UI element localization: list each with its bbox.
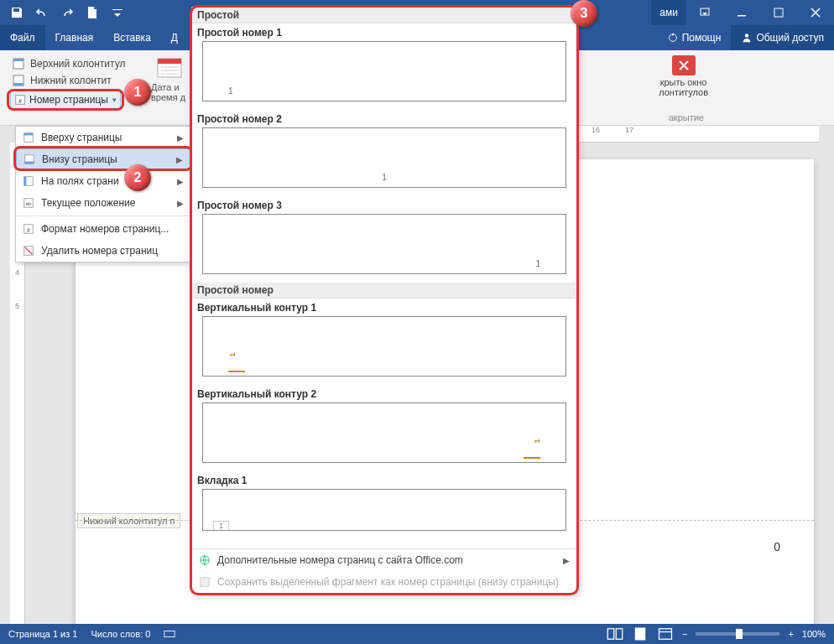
- svg-rect-9: [13, 83, 23, 86]
- page-number-button[interactable]: # Номер страницы▾: [10, 91, 121, 109]
- svg-text:#: #: [27, 227, 30, 233]
- zoom-out-button[interactable]: −: [682, 629, 687, 639]
- gallery-item-vertical-2[interactable]: Вертикальный контур 2: [192, 385, 576, 471]
- svg-rect-32: [607, 629, 614, 640]
- svg-rect-1: [738, 15, 746, 17]
- arrow-right-icon: ▶: [176, 155, 183, 164]
- gallery-more-office[interactable]: Дополнительные номера страниц с сайта Of…: [192, 549, 576, 571]
- svg-rect-31: [164, 631, 175, 637]
- arrow-right-icon: ▶: [177, 177, 184, 186]
- language-icon[interactable]: [164, 628, 175, 640]
- ribbon-options-button[interactable]: [686, 0, 723, 25]
- gallery-save-selection: Сохранить выделенный фрагмент как номер …: [192, 571, 576, 593]
- svg-rect-7: [13, 59, 23, 61]
- datetime-label: Дата ивремя д: [151, 82, 185, 102]
- status-bar: Страница 1 из 1 Число слов: 0 − + 100%: [0, 624, 834, 644]
- submenu-remove-page-numbers[interactable]: Удалить номера страниц: [16, 240, 190, 262]
- arrow-right-icon: ▶: [177, 133, 184, 143]
- svg-rect-18: [24, 133, 34, 136]
- submenu-format-page-numbers[interactable]: #Формат номеров страниц...: [16, 218, 190, 240]
- submenu-page-margins[interactable]: На полях страни▶: [16, 170, 190, 192]
- share-button[interactable]: Общий доступ: [731, 25, 834, 50]
- svg-text:#: #: [18, 98, 22, 104]
- submenu-bottom-of-page[interactable]: Внизу страницы▶: [16, 148, 190, 170]
- zoom-in-button[interactable]: +: [788, 629, 793, 639]
- svg-rect-2: [774, 8, 783, 17]
- svg-rect-33: [616, 629, 623, 640]
- quick-access-toolbar: [0, 2, 134, 23]
- svg-rect-20: [25, 162, 34, 164]
- submenu-top-of-page[interactable]: Вверху страницы▶: [16, 127, 190, 148]
- svg-text:ab: ab: [26, 200, 32, 206]
- svg-rect-34: [635, 628, 646, 641]
- close-group-label: акрытие: [669, 112, 704, 122]
- page-number-field[interactable]: 0: [774, 540, 780, 553]
- svg-rect-30: [201, 578, 210, 587]
- badge-3: 3: [571, 0, 597, 27]
- minimize-button[interactable]: [723, 0, 760, 25]
- page-number-submenu: Вверху страницы▶ Внизу страницы▶ На поля…: [15, 126, 191, 262]
- window-controls: [686, 0, 834, 25]
- svg-rect-35: [659, 629, 671, 640]
- gallery-item-tab-1[interactable]: Вкладка 1 1: [192, 471, 576, 539]
- redo-button[interactable]: [55, 2, 79, 23]
- view-print-button[interactable]: [632, 626, 649, 641]
- gallery-footer: Дополнительные номера страниц с сайта Of…: [192, 548, 576, 593]
- arrow-right-icon: ▶: [563, 556, 570, 565]
- zoom-slider[interactable]: [696, 632, 779, 636]
- gallery-item-plain-1[interactable]: Простой номер 1 1: [192, 23, 576, 110]
- close-icon: [672, 55, 696, 75]
- tab-insert[interactable]: Вставка: [103, 25, 161, 50]
- close-header-footer[interactable]: крыть окно лонтитулов: [659, 55, 708, 97]
- view-read-button[interactable]: [607, 626, 623, 641]
- datetime-icon[interactable]: [156, 55, 185, 80]
- new-button[interactable]: [81, 2, 104, 23]
- gallery-group-plain-number: Простой номер: [192, 283, 576, 299]
- qat-customize-button[interactable]: [106, 2, 129, 23]
- svg-rect-13: [158, 59, 181, 64]
- maximize-button[interactable]: [760, 0, 797, 25]
- gallery-item-vertical-1[interactable]: Вертикальный контур 1: [192, 299, 576, 385]
- close-button[interactable]: [797, 0, 834, 25]
- view-web-button[interactable]: [657, 626, 674, 641]
- status-words[interactable]: Число слов: 0: [91, 629, 150, 639]
- undo-button[interactable]: [30, 2, 54, 23]
- page-number-gallery: Простой Простой номер 1 1 Простой номер …: [191, 7, 577, 594]
- submenu-current-position[interactable]: abТекущее положение▶: [16, 192, 190, 214]
- badge-2: 2: [124, 164, 151, 191]
- svg-rect-4: [672, 34, 674, 36]
- gallery-item-plain-2[interactable]: Простой номер 2 1: [192, 110, 576, 196]
- badge-1: 1: [124, 79, 151, 106]
- save-button[interactable]: [5, 2, 29, 23]
- gallery-group-simple: Простой: [192, 8, 576, 23]
- svg-point-5: [745, 34, 748, 37]
- tab-file[interactable]: Файл: [0, 25, 45, 50]
- status-page[interactable]: Страница 1 из 1: [8, 629, 77, 639]
- gallery-item-plain-3[interactable]: Простой номер 3 1: [192, 196, 576, 283]
- context-tab[interactable]: ами: [651, 0, 686, 25]
- chevron-down-icon: ▾: [112, 96, 117, 104]
- arrow-right-icon: ▶: [177, 199, 184, 208]
- zoom-level[interactable]: 100%: [802, 629, 826, 639]
- tab-home[interactable]: Главная: [45, 25, 104, 50]
- tell-me[interactable]: Помощн: [657, 25, 732, 50]
- svg-rect-22: [24, 177, 27, 186]
- tab-more[interactable]: Д: [161, 25, 188, 50]
